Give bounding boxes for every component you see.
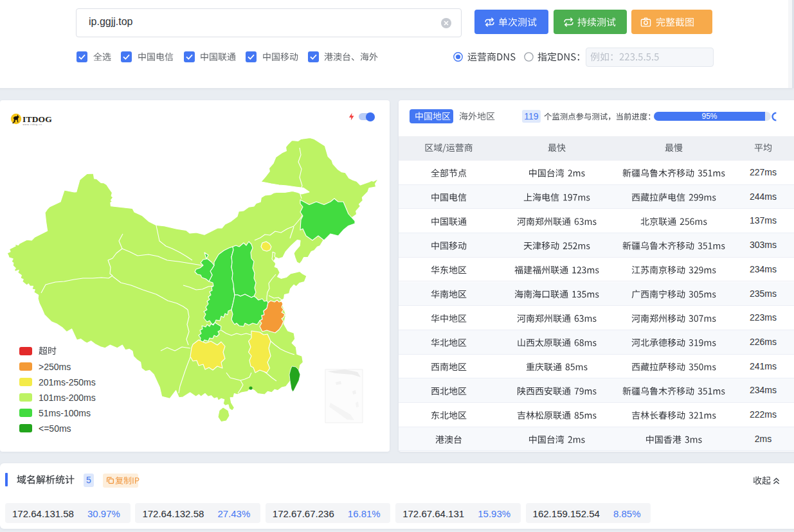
svg-text:www.itdog.cn: www.itdog.cn <box>23 123 42 126</box>
svg-text:ITDOG: ITDOG <box>23 114 52 124</box>
